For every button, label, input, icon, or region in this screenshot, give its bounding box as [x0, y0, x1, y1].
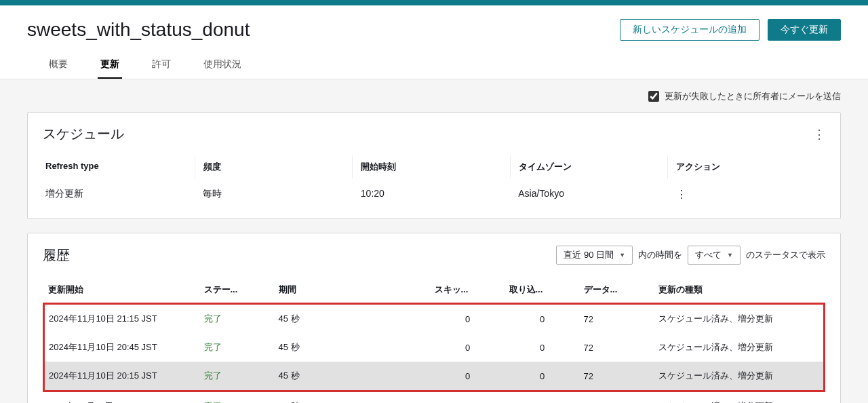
- history-cell-data: 72: [580, 391, 654, 404]
- history-cell-type: スケジュール済み、増分更新: [654, 304, 825, 334]
- history-cell-skipped: 0: [431, 304, 505, 334]
- schedule-card: スケジュール ⋮ Refresh type 頻度 開始時刻 タイムゾーン アクシ…: [27, 112, 841, 219]
- history-cell-imported: 0: [505, 333, 580, 362]
- history-cell-skipped: 0: [431, 391, 505, 404]
- tabs: 概要 更新 許可 使用状況: [27, 53, 841, 79]
- history-cell-duration: 45 秒: [275, 304, 431, 334]
- history-header-skipped: スキッ...: [431, 277, 505, 304]
- history-card: 履歴 直近 90 日間 ▼ 内の時間を すべて ▼ のステータスで表示 更新開始…: [27, 233, 841, 403]
- history-range-label: 直近 90 日間: [564, 249, 614, 261]
- page-title: sweets_with_status_donut: [27, 19, 250, 41]
- table-row[interactable]: 2024年11月10日 19:35 JST 完了 45 秒 0 0 72 スケジ…: [44, 391, 825, 404]
- tab-usage[interactable]: 使用状況: [201, 53, 244, 79]
- history-cell-data: 72: [580, 333, 654, 362]
- history-header-duration: 期間: [275, 277, 431, 304]
- history-cell-status: 完了: [200, 304, 275, 334]
- history-cell-skipped: 0: [431, 362, 505, 391]
- history-cell-start: 2024年11月10日 21:15 JST: [44, 304, 200, 334]
- history-cell-start: 2024年11月10日 20:15 JST: [44, 362, 200, 391]
- history-header-imported: 取り込...: [505, 277, 580, 304]
- history-cell-imported: 0: [505, 391, 580, 404]
- header-actions: 新しいスケジュールの追加 今すぐ更新: [620, 19, 841, 41]
- history-card-title: 履歴: [43, 246, 70, 265]
- schedule-header-timezone: タイムゾーン: [510, 155, 668, 178]
- email-on-failure-label: 更新が失敗したときに所有者にメールを送信: [665, 90, 841, 102]
- history-cell-type: スケジュール済み、増分更新: [654, 391, 825, 404]
- schedule-row-actions-icon[interactable]: ⋮: [676, 189, 687, 200]
- history-filters: 直近 90 日間 ▼ 内の時間を すべて ▼ のステータスで表示: [556, 246, 825, 265]
- history-cell-type: スケジュール済み、増分更新: [654, 362, 825, 391]
- history-header-start: 更新開始: [44, 277, 200, 304]
- history-cell-start: 2024年11月10日 19:35 JST: [44, 391, 200, 404]
- history-tail-text: のステータスで表示: [746, 249, 825, 261]
- history-cell-data: 72: [580, 304, 654, 334]
- email-on-failure-row: 更新が失敗したときに所有者にメールを送信: [27, 90, 841, 102]
- add-schedule-button[interactable]: 新しいスケジュールの追加: [620, 19, 760, 41]
- history-cell-duration: 45 秒: [275, 391, 431, 404]
- history-cell-data: 72: [580, 362, 654, 391]
- schedule-more-icon[interactable]: ⋮: [813, 128, 825, 140]
- history-cell-status: 完了: [200, 362, 275, 391]
- schedule-header-action: アクション: [667, 155, 825, 178]
- history-cell-start: 2024年11月10日 20:45 JST: [44, 333, 200, 362]
- table-row[interactable]: 2024年11月10日 20:45 JST 完了 45 秒 0 0 72 スケジ…: [44, 333, 825, 362]
- chevron-down-icon: ▼: [619, 252, 625, 258]
- history-table: 更新開始 ステー... 期間 スキッ... 取り込... データ... 更新の種…: [43, 277, 825, 403]
- tab-refresh[interactable]: 更新: [98, 53, 122, 79]
- history-header-data: データ...: [580, 277, 654, 304]
- history-cell-imported: 0: [505, 304, 580, 334]
- content-area: 更新が失敗したときに所有者にメールを送信 スケジュール ⋮ Refresh ty…: [0, 79, 868, 403]
- history-cell-skipped: 0: [431, 333, 505, 362]
- table-row[interactable]: 2024年11月10日 20:15 JST 完了 45 秒 0 0 72 スケジ…: [44, 362, 825, 391]
- schedule-type-value: 増分更新: [43, 178, 195, 206]
- tab-permission[interactable]: 許可: [149, 53, 174, 79]
- schedule-header-start: 開始時刻: [352, 155, 510, 178]
- history-cell-status: 完了: [200, 391, 275, 404]
- schedule-header-row: Refresh type 頻度 開始時刻 タイムゾーン アクション: [43, 155, 825, 178]
- page-header: sweets_with_status_donut 新しいスケジュールの追加 今す…: [0, 5, 868, 79]
- chevron-down-icon: ▼: [727, 252, 733, 258]
- schedule-start-value: 10:20: [353, 178, 510, 206]
- schedule-card-title: スケジュール: [43, 125, 124, 143]
- history-cell-type: スケジュール済み、増分更新: [654, 333, 825, 362]
- app-top-bar: [0, 0, 868, 5]
- schedule-header-type: Refresh type: [43, 155, 195, 178]
- history-cell-imported: 0: [505, 362, 580, 391]
- tab-overview[interactable]: 概要: [46, 53, 71, 79]
- table-row[interactable]: 2024年11月10日 21:15 JST 完了 45 秒 0 0 72 スケジ…: [44, 304, 825, 334]
- schedule-frequency-value: 毎時: [195, 178, 352, 206]
- history-header-type: 更新の種類: [654, 277, 825, 304]
- schedule-timezone-value: Asia/Tokyo: [510, 178, 667, 206]
- schedule-header-frequency: 頻度: [195, 155, 353, 178]
- history-mid-text: 内の時間を: [638, 249, 682, 261]
- history-cell-duration: 45 秒: [275, 333, 431, 362]
- history-status-label: すべて: [695, 249, 722, 261]
- schedule-row: 増分更新 毎時 10:20 Asia/Tokyo ⋮: [43, 178, 825, 206]
- history-cell-duration: 45 秒: [275, 362, 431, 391]
- history-status-select[interactable]: すべて ▼: [688, 246, 741, 265]
- history-cell-status: 完了: [200, 333, 275, 362]
- refresh-now-button[interactable]: 今すぐ更新: [768, 19, 841, 41]
- history-header-row: 更新開始 ステー... 期間 スキッ... 取り込... データ... 更新の種…: [44, 277, 825, 304]
- history-header-status: ステー...: [200, 277, 275, 304]
- history-range-select[interactable]: 直近 90 日間 ▼: [556, 246, 633, 265]
- email-on-failure-checkbox[interactable]: [648, 91, 659, 102]
